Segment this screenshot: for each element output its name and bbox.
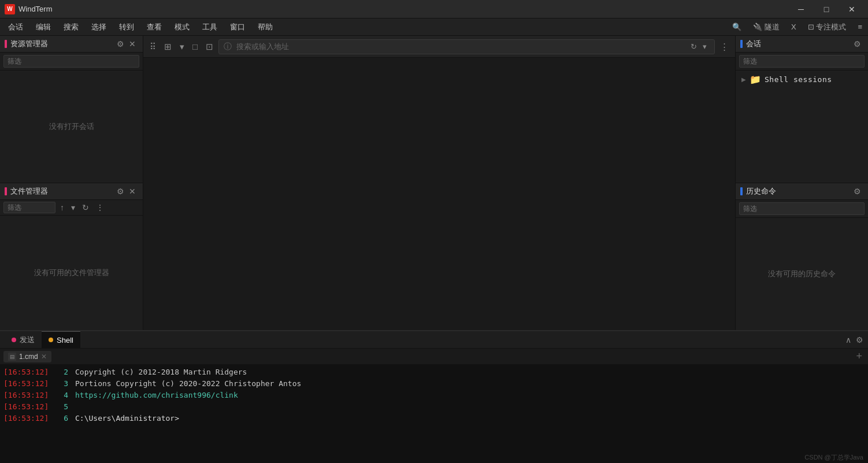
line-time-2: [16:53:12] <box>0 379 58 388</box>
search-icon-menu[interactable]: 🔍 <box>729 21 745 32</box>
session-label: Shell sessions <box>765 75 832 84</box>
file-panel: 文件管理器 ⚙ ✕ ↑ ▾ ↻ ⋮ 没有可用的文件管理器 <box>0 183 143 330</box>
line-num-4: 5 <box>58 402 75 411</box>
tab-shell[interactable]: Shell <box>42 331 80 348</box>
file-filter-input[interactable] <box>3 202 55 213</box>
menu-search[interactable]: 搜索 <box>58 20 84 35</box>
cmd-file-close-icon[interactable]: ✕ <box>41 353 47 361</box>
titlebar: W WindTerm ─ □ ✕ <box>0 0 868 18</box>
shell-line-2: [16:53:12] 3 Portions Copyright (c) 2020… <box>0 379 868 390</box>
menu-window[interactable]: 窗口 <box>224 20 251 35</box>
resource-accent <box>5 40 7 48</box>
address-bar: ⠿ ⊞ ▾ □ ⊡ ⓘ ↻ ▾ ⋮ <box>143 36 735 58</box>
menubar: 会话 编辑 搜索 选择 转到 查看 模式 工具 窗口 帮助 🔍 🔌 隧道 X ⊡… <box>0 18 868 36</box>
minimize-button[interactable]: ─ <box>789 1 813 17</box>
session-settings-icon[interactable]: ⚙ <box>851 38 863 50</box>
file-dropdown-icon[interactable]: ▾ <box>69 202 77 213</box>
app-title: WindTerm <box>18 5 789 13</box>
addr-info-icon: ⓘ <box>224 42 232 52</box>
session-panel: 会话 ⚙ ▶ 📁 Shell sessions <box>736 36 868 183</box>
menu-mode[interactable]: 模式 <box>169 20 195 35</box>
menu-right: 🔍 🔌 隧道 X ⊡ 专注模式 ≡ <box>729 21 866 34</box>
tunnel-menu-item[interactable]: 🔌 隧道 <box>750 21 783 34</box>
session-filter-bar <box>736 53 868 71</box>
tab-send[interactable]: 发送 <box>5 331 42 348</box>
main-area: 资源管理器 ⚙ ✕ 没有打开会话 文件管理器 ⚙ ✕ ↑ ▾ ↻ ⋮ <box>0 36 868 330</box>
bottom-tab-bar: 发送 Shell ∧ ⚙ <box>0 331 868 349</box>
menu-tools[interactable]: 工具 <box>196 20 223 35</box>
right-panel: 会话 ⚙ ▶ 📁 Shell sessions 历史命令 ⚙ 没有可用的历史命 <box>735 36 868 330</box>
menu-session[interactable]: 会话 <box>2 20 29 35</box>
session-panel-title: 会话 <box>746 39 851 49</box>
address-input-wrap: ⓘ ↻ ▾ <box>218 39 715 54</box>
history-filter-input[interactable] <box>739 202 865 215</box>
menu-select[interactable]: 选择 <box>86 20 112 35</box>
resource-panel: 资源管理器 ⚙ ✕ 没有打开会话 <box>0 36 143 183</box>
file-panel-title: 文件管理器 <box>10 186 114 197</box>
addr-refresh-icon[interactable]: ↻ <box>688 41 700 52</box>
line-num-3: 4 <box>58 391 75 399</box>
shell-line-3: [16:53:12] 4 https://github.com/chrisant… <box>0 390 868 402</box>
addr-grid-icon[interactable]: ⠿ <box>147 40 159 53</box>
addr-chevron-down-icon[interactable]: ▾ <box>700 41 710 52</box>
history-empty: 没有可用的历史命令 <box>736 218 868 330</box>
cmd-file-name: 1.cmd <box>19 353 38 361</box>
session-folder-icon: 📁 <box>750 74 761 85</box>
addr-dropdown-icon[interactable]: ▾ <box>177 40 187 53</box>
extra-menu-icon[interactable]: ≡ <box>854 21 866 32</box>
history-panel-title: 历史命令 <box>746 186 851 197</box>
statusbar: CSDN @丁总学Java <box>800 452 868 463</box>
line-num-1: 2 <box>58 368 75 376</box>
addr-pin-icon[interactable]: ⊡ <box>203 40 216 53</box>
file-upload-icon[interactable]: ↑ <box>58 202 66 213</box>
window-controls: ─ □ ✕ <box>789 1 863 17</box>
session-panel-header: 会话 ⚙ <box>736 36 868 53</box>
maximize-button[interactable]: □ <box>815 1 838 17</box>
line-text-3[interactable]: https://github.com/chrisant996/clink <box>75 391 868 399</box>
menu-edit[interactable]: 编辑 <box>30 20 57 35</box>
x-menu-item[interactable]: X <box>788 21 800 32</box>
add-tab-button[interactable]: + <box>854 350 865 362</box>
shell-file-tab[interactable]: ▤ 1.cmd ✕ <box>3 351 51 362</box>
session-accent <box>740 40 743 48</box>
cmd-file-icon: ▤ <box>8 353 16 361</box>
history-accent <box>740 187 743 195</box>
line-text-2: Portions Copyright (c) 2020-2022 Christo… <box>75 379 868 388</box>
left-panel: 资源管理器 ⚙ ✕ 没有打开会话 文件管理器 ⚙ ✕ ↑ ▾ ↻ ⋮ <box>0 36 143 330</box>
addr-new-tab-icon[interactable]: ⊞ <box>161 40 175 53</box>
file-close-icon[interactable]: ✕ <box>127 186 138 197</box>
send-tab-dot <box>12 338 16 342</box>
resource-close-icon[interactable]: ✕ <box>127 38 138 50</box>
session-filter-input[interactable] <box>739 55 865 68</box>
close-button[interactable]: ✕ <box>840 1 863 17</box>
session-item-shell[interactable]: ▶ 📁 Shell sessions <box>736 71 868 88</box>
line-num-2: 3 <box>58 379 75 388</box>
menu-view[interactable]: 查看 <box>141 20 168 35</box>
focus-mode-menu-item[interactable]: ⊡ 专注模式 <box>804 21 850 34</box>
shell-tab-dot <box>49 338 53 342</box>
file-settings-icon[interactable]: ⚙ <box>114 186 127 197</box>
shell-line-5: [16:53:12] 6 C:\Users\Administrator> <box>0 413 868 425</box>
menu-goto[interactable]: 转到 <box>113 20 140 35</box>
history-filter-bar <box>736 200 868 218</box>
app-icon: W <box>5 4 15 14</box>
resource-panel-header: 资源管理器 ⚙ ✕ <box>0 36 143 53</box>
resource-filter-input[interactable] <box>3 55 139 68</box>
file-refresh-icon[interactable]: ↻ <box>80 202 91 213</box>
line-time-3: [16:53:12] <box>0 391 58 399</box>
resource-filter-bar <box>0 53 143 71</box>
addr-more-icon[interactable]: ⋮ <box>717 40 732 53</box>
resource-panel-title: 资源管理器 <box>10 39 114 49</box>
line-text-5[interactable]: C:\Users\Administrator> <box>75 414 868 423</box>
file-more-icon[interactable]: ⋮ <box>94 202 106 213</box>
bottom-panel: 发送 Shell ∧ ⚙ ▤ 1.cmd ✕ + [16:53:12] 2 Co… <box>0 330 868 463</box>
watermark-text: CSDN @丁总学Java <box>804 454 863 461</box>
shell-output: [16:53:12] 2 Copyright (c) 2012-2018 Mar… <box>0 365 868 463</box>
collapse-icon[interactable]: ∧ <box>845 335 851 345</box>
menu-help[interactable]: 帮助 <box>252 20 279 35</box>
history-settings-icon[interactable]: ⚙ <box>851 186 863 197</box>
bottom-settings-icon[interactable]: ⚙ <box>856 335 863 345</box>
address-input[interactable] <box>236 42 688 51</box>
resource-settings-icon[interactable]: ⚙ <box>114 38 127 50</box>
addr-new-window-icon[interactable]: □ <box>190 40 201 53</box>
